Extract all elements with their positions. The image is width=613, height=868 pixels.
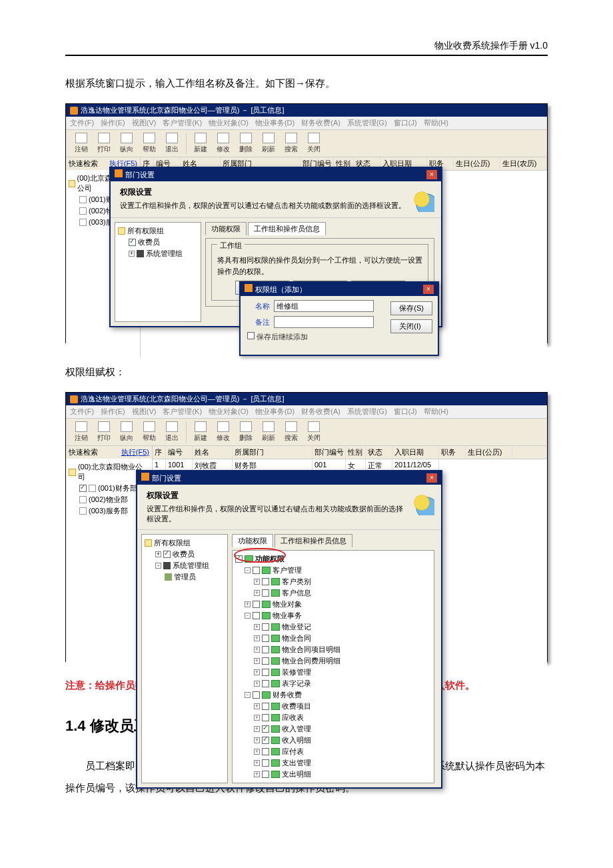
- perm-node[interactable]: - 物业事务: [235, 610, 431, 621]
- col-header: 所属部门: [233, 446, 312, 459]
- perm-node[interactable]: + 客户类别: [235, 576, 431, 587]
- app-icon: [70, 395, 78, 403]
- close-button[interactable]: 关闭: [303, 421, 325, 443]
- perm-root[interactable]: 功能权限: [235, 553, 431, 565]
- folder-icon: [79, 507, 87, 515]
- menu-item[interactable]: 窗口(J): [394, 118, 417, 128]
- menu-item[interactable]: 帮助(H): [424, 407, 448, 417]
- tab-function-perms[interactable]: 功能权限: [232, 534, 273, 547]
- menu-item[interactable]: 物业事务(D): [255, 118, 295, 128]
- perm-node[interactable]: + 物业登记: [235, 621, 431, 633]
- perm-node[interactable]: + 收入管理: [235, 723, 431, 735]
- menu-item[interactable]: 系统管理(G): [347, 407, 387, 417]
- close-icon[interactable]: ×: [426, 473, 437, 483]
- toolbar[interactable]: 注销打印纵向帮助退出新建修改删除刷新搜索关闭: [66, 130, 547, 157]
- menu-item[interactable]: 文件(F): [70, 118, 94, 128]
- edit-button[interactable]: 修改: [212, 133, 235, 154]
- delete-button[interactable]: 删除: [235, 421, 257, 443]
- perm-node[interactable]: + 支出管理: [235, 757, 431, 769]
- tab-group-operator[interactable]: 工作组和操作员信息: [275, 534, 352, 547]
- screenshot-2: 浩逸达物业管理系统(北京森阳物业公司—管理员) － [员工信息] 文件(F)操作…: [65, 392, 548, 662]
- menu-item[interactable]: 客户管理(K): [163, 407, 202, 417]
- close-icon[interactable]: ×: [423, 285, 434, 294]
- menu-item[interactable]: 窗口(J): [394, 407, 417, 417]
- close-icon[interactable]: ×: [426, 170, 437, 179]
- tab-function-perms[interactable]: 功能权限: [205, 222, 247, 235]
- keep-adding-checkbox[interactable]: 保存后继续添加: [247, 332, 431, 342]
- close-button[interactable]: 关闭(I): [390, 319, 432, 333]
- menu-item[interactable]: 财务收费(A): [301, 118, 340, 128]
- subdialog-icon: [245, 284, 253, 292]
- toolbar[interactable]: 注销打印纵向帮助退出新建修改删除刷新搜索关闭: [66, 419, 547, 446]
- menubar[interactable]: 文件(F)操作(E)视图(V)客户管理(K)物业对象(O)物业事务(D)财务收费…: [66, 117, 547, 130]
- subdialog-titlebar[interactable]: 权限组（添加） ×: [241, 283, 438, 296]
- note-label: 备注: [247, 317, 270, 327]
- menu-item[interactable]: 财务收费(A): [301, 407, 340, 417]
- print-button[interactable]: 打印: [93, 133, 115, 154]
- quick-search-label: 快速检索: [69, 159, 98, 169]
- layout-icon: [121, 421, 133, 432]
- layout-button[interactable]: 纵向: [115, 133, 138, 154]
- menu-item[interactable]: 操作(E): [101, 118, 125, 128]
- menu-item[interactable]: 帮助(H): [424, 118, 448, 128]
- refresh-button[interactable]: 刷新: [257, 133, 280, 154]
- perm-node[interactable]: - 客户管理: [235, 565, 431, 576]
- delete-button[interactable]: 删除: [235, 133, 257, 154]
- dialog-subtitle: 权限设置: [120, 187, 409, 198]
- tab-group-operator[interactable]: 工作组和操作员信息: [248, 222, 326, 235]
- logout-icon: [75, 421, 87, 432]
- perm-node[interactable]: + 物业对象: [235, 599, 431, 610]
- perm-node[interactable]: + 装修管理: [235, 667, 431, 678]
- menu-item[interactable]: 系统管理(G): [347, 118, 387, 128]
- print-button[interactable]: 打印: [93, 421, 115, 443]
- perm-node[interactable]: + 应付表: [235, 746, 431, 757]
- search-button[interactable]: 搜索: [280, 421, 303, 443]
- perm-node[interactable]: + 应收表: [235, 712, 431, 723]
- perm-node[interactable]: + 客户信息: [235, 587, 431, 599]
- menu-item[interactable]: 物业对象(O): [209, 118, 249, 128]
- search-icon: [285, 421, 297, 432]
- menubar[interactable]: 文件(F)操作(E)视图(V)客户管理(K)物业对象(O)物业事务(D)财务收费…: [66, 405, 547, 419]
- execute-link[interactable]: 执行(F5): [121, 447, 149, 457]
- help-button[interactable]: 帮助: [138, 421, 161, 443]
- menu-item[interactable]: 操作(E): [101, 407, 125, 417]
- perm-node[interactable]: + 支出明细: [235, 769, 431, 780]
- perm-node[interactable]: + 表字记录: [235, 678, 431, 689]
- menu-item[interactable]: 物业事务(D): [255, 407, 295, 417]
- search-button[interactable]: 搜索: [280, 133, 303, 154]
- tabs[interactable]: 功能权限 工作组和操作员信息: [205, 222, 434, 235]
- name-input[interactable]: [274, 300, 374, 312]
- menu-item[interactable]: 文件(F): [70, 407, 94, 417]
- new-button[interactable]: 新建: [189, 133, 212, 154]
- dialog-titlebar[interactable]: 部门设置 ×: [111, 168, 441, 181]
- note-input[interactable]: [274, 316, 374, 328]
- edit-button[interactable]: 修改: [212, 421, 235, 443]
- exit-button[interactable]: 退出: [161, 421, 183, 443]
- close-button[interactable]: 关闭: [303, 133, 325, 154]
- perm-node[interactable]: + 物业合同费用明细: [235, 655, 431, 667]
- perm-node[interactable]: + 物业合同: [235, 633, 431, 644]
- app-icon: [70, 107, 78, 115]
- help-button[interactable]: 帮助: [138, 133, 161, 154]
- folder-icon: [89, 485, 96, 492]
- menu-item[interactable]: 视图(V): [132, 407, 157, 417]
- perm-node[interactable]: + 收入明细: [235, 735, 431, 746]
- logout-button[interactable]: 注销: [70, 421, 93, 443]
- edit-icon: [217, 133, 229, 143]
- save-button[interactable]: 保存(S): [390, 301, 432, 315]
- perm-node[interactable]: + 收费项目: [235, 701, 431, 712]
- exit-button[interactable]: 退出: [161, 133, 183, 154]
- menu-item[interactable]: 客户管理(K): [163, 118, 202, 128]
- menu-item[interactable]: 物业对象(O): [209, 407, 249, 417]
- permission-tree[interactable]: 功能权限- 客户管理+ 客户类别+ 客户信息+ 物业对象- 物业事务+ 物业登记…: [232, 550, 434, 783]
- role-tree[interactable]: 所有权限组+ 收费员- 系统管理组 管理员: [141, 534, 228, 783]
- gear-icon: [409, 490, 434, 515]
- layout-button[interactable]: 纵向: [115, 421, 138, 443]
- role-tree[interactable]: 所有权限组 收费员+ 系统管理组: [115, 222, 201, 322]
- perm-node[interactable]: - 财务收费: [235, 689, 431, 701]
- menu-item[interactable]: 视图(V): [132, 118, 157, 128]
- logout-button[interactable]: 注销: [70, 133, 93, 154]
- refresh-button[interactable]: 刷新: [257, 421, 280, 443]
- new-button[interactable]: 新建: [189, 421, 212, 443]
- perm-node[interactable]: + 物业合同项目明细: [235, 644, 431, 655]
